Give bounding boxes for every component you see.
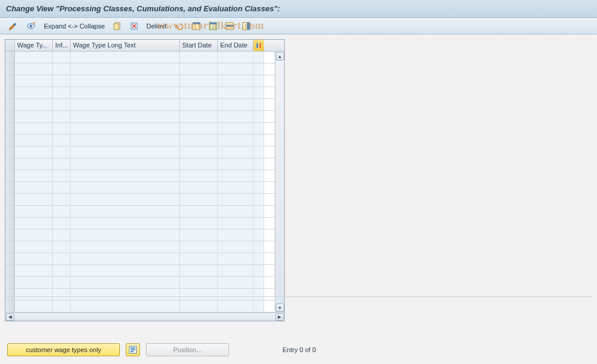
select-block-button[interactable] — [207, 20, 220, 32]
cell-start-date[interactable] — [180, 158, 218, 170]
table-row[interactable] — [5, 265, 275, 277]
row-selector[interactable] — [5, 229, 15, 241]
delimit-button[interactable]: Delimit — [144, 23, 169, 30]
cell-end-date[interactable] — [218, 75, 253, 87]
cell-info[interactable] — [53, 253, 71, 264]
cell-long-text[interactable] — [71, 99, 180, 110]
cell-start-date[interactable] — [180, 301, 218, 312]
cell-long-text[interactable] — [71, 52, 180, 63]
table-row[interactable] — [5, 99, 275, 111]
row-selector-header[interactable] — [5, 40, 15, 51]
table-row[interactable] — [5, 289, 275, 301]
cell-long-text[interactable] — [71, 253, 180, 264]
column-header-wage-type[interactable]: Wage Ty... — [15, 40, 53, 51]
cell-start-date[interactable] — [180, 277, 218, 288]
cell-wage-type[interactable] — [15, 194, 53, 205]
cell-start-date[interactable] — [180, 87, 218, 98]
cell-wage-type[interactable] — [15, 75, 53, 87]
table-row[interactable] — [5, 170, 275, 182]
cell-wage-type[interactable] — [15, 135, 53, 146]
cell-long-text[interactable] — [71, 218, 180, 229]
cell-end-date[interactable] — [218, 289, 253, 300]
cell-info[interactable] — [53, 206, 71, 217]
cell-wage-type[interactable] — [15, 52, 53, 63]
row-selector[interactable] — [5, 301, 15, 312]
cell-info[interactable] — [53, 194, 71, 205]
cell-end-date[interactable] — [218, 218, 253, 229]
row-selector[interactable] — [5, 206, 15, 217]
cell-info[interactable] — [53, 229, 71, 241]
table-row[interactable] — [5, 52, 275, 63]
cell-wage-type[interactable] — [15, 301, 53, 312]
deselect-all-button[interactable] — [223, 20, 236, 32]
cell-start-date[interactable] — [180, 52, 218, 63]
cell-start-date[interactable] — [180, 194, 218, 205]
table-row[interactable] — [5, 253, 275, 265]
position-button[interactable]: Position... — [146, 343, 229, 356]
cell-start-date[interactable] — [180, 229, 218, 241]
cell-wage-type[interactable] — [15, 206, 53, 217]
cell-end-date[interactable] — [218, 265, 253, 276]
vertical-scrollbar[interactable]: ▲ ▼ — [275, 52, 284, 312]
table-row[interactable] — [5, 218, 275, 229]
cell-long-text[interactable] — [71, 135, 180, 146]
cell-info[interactable] — [53, 265, 71, 276]
cell-info[interactable] — [53, 63, 71, 75]
cell-long-text[interactable] — [71, 265, 180, 276]
table-row[interactable] — [5, 63, 275, 75]
cell-start-date[interactable] — [180, 111, 218, 122]
cell-wage-type[interactable] — [15, 289, 53, 300]
cell-end-date[interactable] — [218, 170, 253, 181]
cell-end-date[interactable] — [218, 52, 253, 63]
column-header-end-date[interactable]: End Date — [218, 40, 253, 51]
table-row[interactable] — [5, 277, 275, 289]
cell-wage-type[interactable] — [15, 277, 53, 288]
column-header-long-text[interactable]: Wage Type Long Text — [71, 40, 180, 51]
row-selector[interactable] — [5, 253, 15, 264]
column-header-info[interactable]: Inf... — [53, 40, 71, 51]
table-row[interactable] — [5, 135, 275, 146]
cell-start-date[interactable] — [180, 241, 218, 253]
cell-wage-type[interactable] — [15, 63, 53, 75]
row-selector[interactable] — [5, 123, 15, 134]
position-icon-button[interactable] — [126, 343, 140, 356]
cell-info[interactable] — [53, 75, 71, 87]
expand-collapse-button[interactable]: Expand <-> Collapse — [42, 23, 107, 30]
cell-long-text[interactable] — [71, 63, 180, 75]
cell-wage-type[interactable] — [15, 146, 53, 158]
cell-start-date[interactable] — [180, 99, 218, 110]
cell-long-text[interactable] — [71, 111, 180, 122]
row-selector[interactable] — [5, 63, 15, 75]
configuration-button[interactable] — [240, 20, 253, 32]
table-row[interactable] — [5, 111, 275, 123]
cell-end-date[interactable] — [218, 194, 253, 205]
row-selector[interactable] — [5, 289, 15, 300]
cell-end-date[interactable] — [218, 123, 253, 134]
cell-end-date[interactable] — [218, 206, 253, 217]
cell-wage-type[interactable] — [15, 241, 53, 253]
row-selector[interactable] — [5, 52, 15, 63]
horizontal-scrollbar[interactable]: ◀ ▶ — [5, 312, 284, 321]
cell-long-text[interactable] — [71, 229, 180, 241]
cell-long-text[interactable] — [71, 301, 180, 312]
cell-long-text[interactable] — [71, 170, 180, 181]
table-row[interactable] — [5, 194, 275, 206]
cell-start-date[interactable] — [180, 206, 218, 217]
table-row[interactable] — [5, 123, 275, 135]
row-selector[interactable] — [5, 182, 15, 193]
table-row[interactable] — [5, 229, 275, 241]
row-selector[interactable] — [5, 277, 15, 288]
cell-start-date[interactable] — [180, 253, 218, 264]
other-view-button[interactable] — [24, 20, 38, 32]
table-row[interactable] — [5, 87, 275, 99]
cell-info[interactable] — [53, 146, 71, 158]
cell-long-text[interactable] — [71, 87, 180, 98]
cell-long-text[interactable] — [71, 182, 180, 193]
cell-start-date[interactable] — [180, 75, 218, 87]
row-selector[interactable] — [5, 194, 15, 205]
cell-wage-type[interactable] — [15, 218, 53, 229]
table-row[interactable] — [5, 182, 275, 194]
row-selector[interactable] — [5, 146, 15, 158]
cell-end-date[interactable] — [218, 63, 253, 75]
cell-wage-type[interactable] — [15, 87, 53, 98]
